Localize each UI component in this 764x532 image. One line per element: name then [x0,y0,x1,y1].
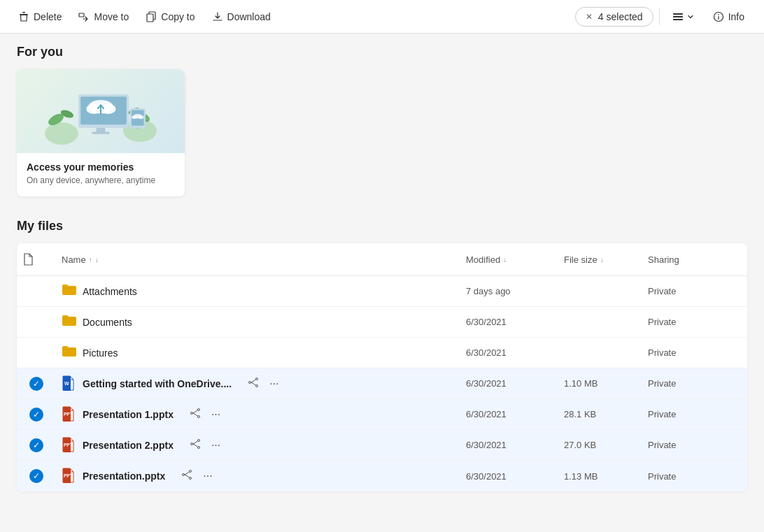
file-name-cell[interactable]: Documents [56,308,460,336]
check-cell[interactable]: ✓ [17,408,56,422]
file-sharing: Private [642,440,747,450]
move-to-button[interactable]: Move to [71,7,136,27]
header-sharing: Sharing [642,250,747,269]
selected-check: ✓ [29,469,43,483]
sort-desc-icon: ↓ [95,256,99,264]
svg-text:W: W [64,381,69,386]
check-cell[interactable]: ✓ [17,469,56,483]
header-name[interactable]: Name ↑ ↓ [56,250,460,269]
svg-point-31 [256,378,258,380]
more-button[interactable]: ··· [207,405,225,424]
table-row[interactable]: Pictures 6/30/2021 Private [17,338,747,368]
table-row[interactable]: ✓ PPT Presentation.pptx ··· 6/30/2021 1.… [17,461,747,491]
delete-button[interactable]: Delete [11,7,69,27]
svg-rect-2 [79,13,84,17]
selected-count: 4 selected [598,11,643,22]
svg-rect-21 [97,128,106,132]
delete-icon [18,11,29,22]
share-button[interactable] [186,405,204,424]
svg-rect-22 [92,132,110,134]
file-name-cell[interactable]: PPT Presentation 2.pptx ··· [56,431,460,460]
file-sharing: Private [642,471,747,482]
for-you-section: For you [17,45,747,196]
svg-point-25 [136,127,139,129]
files-table-header: Name ↑ ↓ Modified ↓ File size ↓ Sharing [17,243,747,276]
file-name-text: Attachments [83,286,137,297]
row-actions: ··· [181,405,230,424]
file-modified: 6/30/2021 [460,378,558,389]
table-row[interactable]: Attachments 7 days ago Private [17,276,747,307]
svg-point-33 [249,381,251,383]
file-name-text: Getting started with OneDrive.... [83,378,232,389]
more-button[interactable]: ··· [207,436,225,454]
svg-point-43 [190,443,192,445]
file-sharing: Private [642,378,747,389]
selected-check: ✓ [29,377,43,391]
check-cell[interactable]: ✓ [17,377,56,391]
info-icon [713,11,724,22]
file-modified: 7 days ago [460,286,558,296]
file-sharing: Private [642,317,747,327]
svg-point-36 [197,408,199,410]
sort-asc-icon: ↑ [89,256,92,264]
file-modified: 6/30/2021 [460,409,558,419]
file-generic-icon [22,253,34,266]
selected-check: ✓ [29,408,43,422]
table-row[interactable]: ✓ PPT Presentation 1.pptx ··· 6/30/2021 … [17,399,747,430]
file-sharing: Private [642,347,747,358]
svg-point-37 [197,415,199,417]
table-row[interactable]: Documents 6/30/2021 Private [17,307,747,338]
svg-point-42 [197,446,199,448]
my-files-title: My files [17,219,747,233]
svg-rect-4 [147,14,153,22]
file-size: 1.10 MB [558,378,642,389]
svg-text:PPT: PPT [64,443,73,447]
file-name-cell[interactable]: Pictures [56,339,460,367]
svg-text:PPT: PPT [64,473,73,478]
file-modified: 6/30/2021 [460,471,558,482]
clear-selection-button[interactable]: ✕ [586,12,593,22]
svg-point-27 [132,115,137,119]
file-name-cell[interactable]: PPT Presentation.pptx ··· [56,461,460,491]
svg-text:PPT: PPT [64,412,73,417]
promo-card-title: Access your memories [27,161,175,173]
header-file-size[interactable]: File size ↓ [558,250,642,269]
file-name-text: Pictures [83,347,118,359]
svg-point-48 [183,474,185,476]
file-type-icon [62,283,76,300]
share-button[interactable] [178,467,196,485]
share-button[interactable] [244,375,262,393]
svg-rect-6 [673,16,683,17]
svg-point-47 [190,477,192,480]
svg-point-38 [190,412,192,414]
more-button[interactable]: ··· [265,375,283,393]
svg-rect-1 [22,12,25,13]
header-modified[interactable]: Modified ↓ [460,250,558,269]
file-type-icon: PPT [62,406,76,423]
file-name-cell[interactable]: PPT Presentation 1.pptx ··· [56,400,460,429]
file-type-icon [62,314,76,331]
selected-check: ✓ [29,438,43,452]
file-name-cell[interactable]: Attachments [56,278,460,305]
check-cell[interactable]: ✓ [17,438,56,452]
view-options-button[interactable] [665,7,702,27]
promo-card[interactable]: Access your memories On any device, anyw… [17,69,185,196]
file-modified: 6/30/2021 [460,347,558,358]
my-files-section: My files Name ↑ ↓ Modified ↓ [17,219,747,491]
for-you-title: For you [17,45,747,59]
table-row[interactable]: ✓ W Getting started with OneDrive.... ··… [17,368,747,399]
promo-card-image [17,69,185,153]
share-button[interactable] [186,436,204,454]
more-button[interactable]: ··· [199,467,216,485]
download-button[interactable]: Download [205,7,278,27]
table-row[interactable]: ✓ PPT Presentation 2.pptx ··· 6/30/2021 … [17,430,747,461]
info-button[interactable]: Info [705,7,753,27]
row-actions: ··· [239,375,288,393]
svg-point-9 [718,14,719,15]
info-label: Info [728,11,744,22]
filesize-sort-icon: ↓ [600,256,604,264]
copy-to-button[interactable]: Copy to [139,7,201,27]
row-actions: ··· [172,467,222,485]
copy-icon [146,11,157,22]
file-name-cell[interactable]: W Getting started with OneDrive.... ··· [56,369,460,398]
